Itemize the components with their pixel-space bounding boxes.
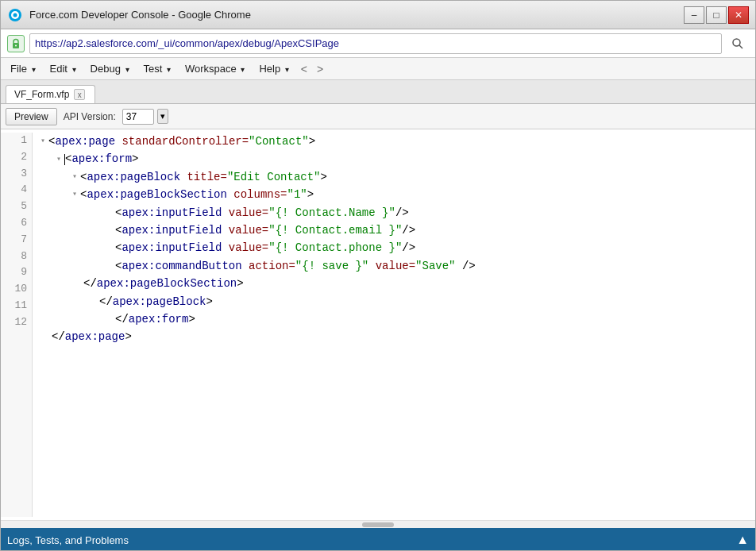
fold-arrow[interactable]: ▾ xyxy=(72,188,77,201)
api-version-dropdown-arrow[interactable]: ▾ xyxy=(157,109,168,124)
line-number: 12 xyxy=(6,314,27,331)
code-token: "{! Contact.phone }" xyxy=(268,239,402,256)
code-line: <apex:commandButton action="{! save }" v… xyxy=(40,257,747,275)
editor-toolbar: Preview API Version: ▾ xyxy=(1,104,755,129)
code-token: action= xyxy=(242,257,295,275)
lock-icon xyxy=(7,35,25,52)
app-icon xyxy=(7,7,23,23)
code-line: </apex:page> xyxy=(40,328,747,345)
code-token: </ xyxy=(99,293,113,310)
code-line: ▾<apex:pageBlockSection columns="1"> xyxy=(40,186,747,203)
code-token: > xyxy=(237,275,243,292)
code-token: standardController= xyxy=(115,133,249,150)
code-line: <apex:inputField value="{! Contact.Name … xyxy=(40,204,747,222)
expand-icon[interactable]: ▲ xyxy=(736,533,749,547)
code-editor-container: 123456789101112 ▾<apex:page standardCont… xyxy=(1,129,755,528)
code-token: apex:inputField xyxy=(122,204,222,222)
code-line: <apex:inputField value="{! Contact.email… xyxy=(40,222,747,239)
svg-point-5 xyxy=(733,39,740,46)
line-number: 1 xyxy=(6,133,27,149)
code-token: < xyxy=(65,150,71,168)
code-line: ▾<apex:pageBlock title="Edit Contact"> xyxy=(40,168,747,186)
menu-test[interactable]: Test ▾ xyxy=(137,60,177,77)
svg-point-4 xyxy=(15,44,17,46)
fold-arrow[interactable]: ▾ xyxy=(56,153,61,166)
code-token: apex:form xyxy=(129,310,189,328)
code-token: apex:inputField xyxy=(122,222,222,239)
minimize-button[interactable]: – xyxy=(684,6,704,24)
file-tab[interactable]: VF_Form.vfp x xyxy=(6,85,95,103)
code-token: apex:pageBlock xyxy=(87,168,180,186)
code-token: apex:pageBlockSection xyxy=(97,275,237,292)
menu-workspace[interactable]: Workspace ▾ xyxy=(179,60,251,77)
code-token: apex:page xyxy=(55,133,115,150)
preview-button[interactable]: Preview xyxy=(6,108,57,125)
api-version-input[interactable] xyxy=(122,109,154,125)
code-token: > xyxy=(188,310,195,328)
menu-edit[interactable]: Edit ▾ xyxy=(44,60,83,77)
api-version-select-wrap: ▾ xyxy=(122,109,168,125)
code-token: </ xyxy=(115,310,129,328)
tab-close-button[interactable]: x xyxy=(74,89,85,100)
svg-point-2 xyxy=(14,13,17,17)
menu-file[interactable]: File ▾ xyxy=(4,60,42,77)
scroll-handle-wrap xyxy=(1,520,755,528)
code-line: </apex:form> xyxy=(40,310,747,328)
title-bar: Force.com Developer Console - Google Chr… xyxy=(1,1,755,29)
line-number: 6 xyxy=(6,215,27,232)
line-number: 11 xyxy=(6,298,27,314)
code-token: /> xyxy=(395,204,409,222)
line-number: 4 xyxy=(6,182,27,198)
menu-debug[interactable]: Debug ▾ xyxy=(84,60,136,77)
code-token: > xyxy=(132,150,138,168)
code-token: < xyxy=(80,168,87,186)
code-token: > xyxy=(307,186,314,203)
code-token: "Save" xyxy=(415,257,455,275)
nav-back[interactable]: < xyxy=(297,60,311,78)
code-content[interactable]: ▾<apex:page standardController="Contact"… xyxy=(33,133,755,517)
code-token: /> xyxy=(456,257,476,275)
line-numbers: 123456789101112 xyxy=(1,133,33,517)
code-token: "1" xyxy=(287,186,307,203)
code-token: "Edit Contact" xyxy=(227,168,321,186)
address-bar xyxy=(1,29,755,58)
close-button[interactable]: ✕ xyxy=(728,6,749,24)
code-token: /> xyxy=(402,239,415,256)
bottom-bar: Logs, Tests, and Problems ▲ xyxy=(1,528,755,551)
code-line: </apex:pageBlockSection> xyxy=(40,275,747,292)
code-area[interactable]: 123456789101112 ▾<apex:page standardCont… xyxy=(1,129,755,520)
window-title: Force.com Developer Console - Google Chr… xyxy=(29,9,684,21)
code-token: > xyxy=(321,168,327,186)
tab-bar: VF_Form.vfp x xyxy=(1,80,755,104)
fold-arrow[interactable]: ▾ xyxy=(72,171,77,183)
code-token: apex:pageBlock xyxy=(113,293,206,310)
line-number: 9 xyxy=(6,264,27,281)
menu-help[interactable]: Help ▾ xyxy=(253,60,295,77)
maximize-button[interactable]: □ xyxy=(706,6,727,24)
code-token: /> xyxy=(402,222,415,239)
line-number: 3 xyxy=(6,166,27,183)
code-token: value= xyxy=(368,257,415,275)
code-token: "Contact" xyxy=(249,133,309,150)
url-input[interactable] xyxy=(29,33,722,54)
code-token: </ xyxy=(83,275,97,292)
scroll-handle[interactable] xyxy=(362,522,394,527)
line-number: 8 xyxy=(6,249,27,265)
code-token: < xyxy=(48,133,55,150)
code-token: < xyxy=(80,186,87,203)
code-token: apex:form xyxy=(71,150,132,168)
search-button[interactable] xyxy=(727,33,749,55)
bottom-label: Logs, Tests, and Problems xyxy=(7,534,129,546)
code-token: </ xyxy=(52,328,65,345)
nav-forward[interactable]: > xyxy=(313,60,327,78)
code-token: < xyxy=(115,204,122,222)
line-number: 2 xyxy=(6,149,27,166)
svg-line-6 xyxy=(739,45,742,48)
code-token: "{! Contact.Name }" xyxy=(268,204,395,222)
code-token: apex:page xyxy=(65,328,125,345)
line-number: 5 xyxy=(6,198,27,215)
line-number: 7 xyxy=(6,232,27,249)
code-line: <apex:inputField value="{! Contact.phone… xyxy=(40,239,747,256)
fold-arrow[interactable]: ▾ xyxy=(40,135,45,148)
code-token: title= xyxy=(180,168,227,186)
